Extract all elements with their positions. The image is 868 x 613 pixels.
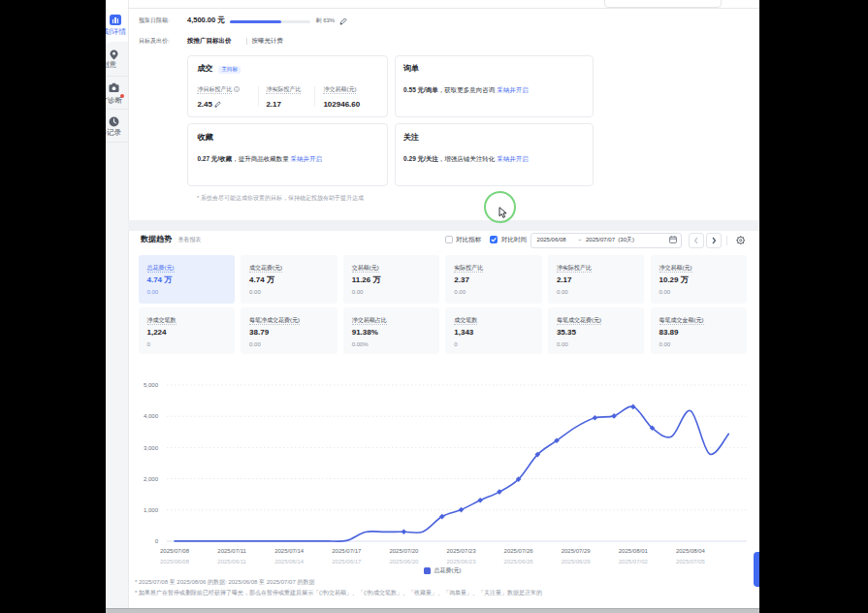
svg-text:2,000: 2,000	[144, 476, 159, 482]
svg-text:2025/06/14: 2025/06/14	[274, 559, 305, 565]
svg-text:5,000: 5,000	[144, 382, 159, 388]
svg-text:2025/07/20: 2025/07/20	[389, 548, 419, 554]
svg-text:2025/06/29: 2025/06/29	[562, 559, 592, 565]
svg-text:2025/07/26: 2025/07/26	[504, 548, 534, 554]
svg-text:2025/07/02: 2025/07/02	[619, 559, 649, 565]
svg-text:0: 0	[155, 538, 159, 544]
svg-text:2025/06/17: 2025/06/17	[332, 559, 362, 565]
svg-text:2025/07/17: 2025/07/17	[332, 548, 362, 554]
svg-text:2025/07/29: 2025/07/29	[562, 548, 592, 554]
svg-text:2025/07/14: 2025/07/14	[274, 548, 305, 554]
svg-text:2025/06/26: 2025/06/26	[504, 559, 534, 565]
svg-text:2025/06/08: 2025/06/08	[160, 559, 190, 565]
svg-text:2025/06/11: 2025/06/11	[217, 559, 246, 565]
svg-text:2025/06/20: 2025/06/20	[389, 559, 419, 565]
svg-text:1,000: 1,000	[144, 507, 159, 513]
svg-text:2025/07/11: 2025/07/11	[217, 548, 246, 554]
svg-text:2025/08/01: 2025/08/01	[619, 548, 649, 554]
svg-text:4,000: 4,000	[144, 413, 159, 419]
svg-text:2025/06/23: 2025/06/23	[446, 559, 476, 565]
svg-text:2025/08/04: 2025/08/04	[676, 548, 706, 554]
svg-text:2025/07/23: 2025/07/23	[446, 548, 476, 554]
svg-text:2025/07/05: 2025/07/05	[676, 559, 706, 565]
svg-text:2025/07/08: 2025/07/08	[160, 548, 190, 554]
svg-text:3,000: 3,000	[144, 445, 159, 451]
